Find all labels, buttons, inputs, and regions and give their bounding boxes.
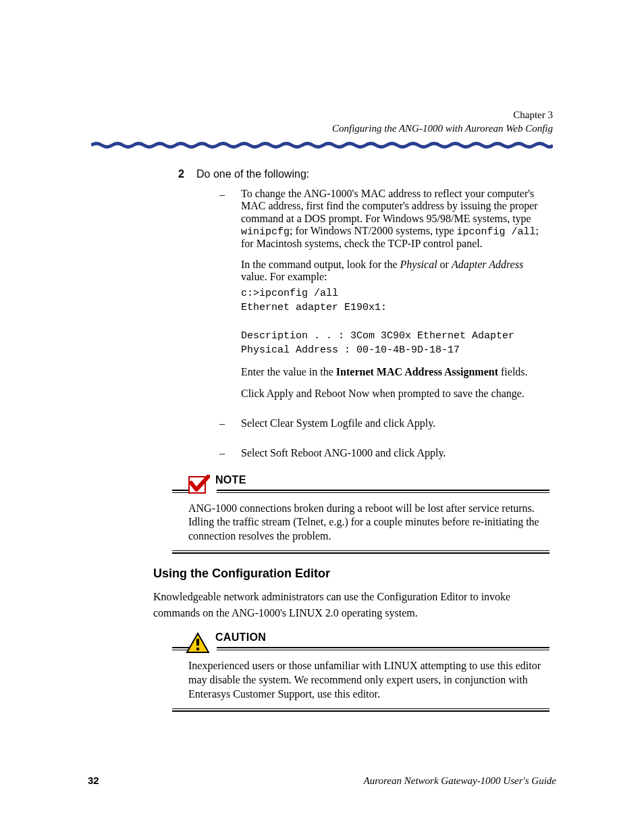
section-heading-config-editor: Using the Configuration Editor	[153, 566, 549, 581]
decorative-wave-rule	[91, 142, 553, 149]
bullet-3-body: Select Soft Reboot ANG-1000 and click Ap…	[241, 446, 549, 460]
note-block: NOTE ANG-1000 connections broken during …	[172, 473, 549, 551]
page-number: 32	[88, 775, 99, 786]
note-body: ANG-1000 connections broken during a reb…	[172, 498, 549, 550]
warning-triangle-icon	[186, 632, 210, 654]
text: Click Apply and Reboot Now when prompted…	[241, 387, 549, 400]
bullet-3: – Select Soft Reboot ANG-1000 and click …	[219, 446, 549, 460]
note-label: NOTE	[213, 473, 246, 487]
running-header: Chapter 3 Configuring the ANG-1000 with …	[332, 108, 553, 136]
bullet-dash: –	[219, 446, 229, 460]
svg-rect-2	[196, 639, 199, 646]
caution-label: CAUTION	[213, 631, 266, 644]
text: value. For example:	[241, 271, 327, 282]
bullet-2-body: Select Clear System Logfile and click Ap…	[241, 417, 549, 438]
code-ipconfig: ipconfig /all	[457, 226, 536, 238]
chapter-label: Chapter 3	[332, 108, 553, 122]
checkmark-icon	[186, 475, 210, 496]
bold-mac-field: Internet MAC Address Assignment	[336, 366, 498, 377]
step-2: 2 Do one of the following:	[172, 167, 549, 181]
bullet-dash: –	[219, 188, 229, 409]
text: Select Clear System Logfile and click Ap…	[241, 417, 549, 430]
text: To change the ANG-1000's MAC address to …	[241, 188, 538, 224]
step-text: Do one of the following:	[196, 167, 549, 181]
footer-title: Aurorean Network Gateway-1000 User's Gui…	[364, 775, 556, 787]
caution-block: CAUTION Inexperienced users or those unf…	[172, 631, 549, 708]
bullet-dash: –	[219, 417, 229, 438]
caution-body: Inexperienced users or those unfamiliar …	[172, 655, 549, 708]
sub-bullet-list: – To change the ANG-1000's MAC address t…	[219, 188, 549, 460]
bullet-1-body: To change the ANG-1000's MAC address to …	[241, 188, 549, 409]
code-winipcfg: winipcfg	[241, 226, 290, 238]
section-paragraph: Knowledgeable network administrators can…	[153, 589, 549, 621]
text: Select Soft Reboot ANG-1000 and click Ap…	[241, 446, 549, 460]
content-column: 2 Do one of the following: – To change t…	[172, 167, 549, 721]
code-block-ipconfig-output: c:>ipconfig /all Ethernet adapter E190x1…	[241, 286, 549, 357]
page-footer: 32 Aurorean Network Gateway-1000 User's …	[88, 775, 556, 787]
bullet-1: – To change the ANG-1000's MAC address t…	[219, 188, 549, 409]
italic-physical: Physical	[400, 259, 437, 270]
text: or	[437, 259, 452, 270]
step-number: 2	[172, 167, 184, 181]
italic-adapter-address: Adapter Address	[452, 259, 523, 270]
text: ; for Windows NT/2000 systems, type	[290, 225, 457, 236]
chapter-subtitle: Configuring the ANG-1000 with Aurorean W…	[332, 122, 553, 135]
text: fields.	[498, 366, 528, 377]
text: Enter the value in the	[241, 366, 336, 377]
page: Chapter 3 Configuring the ANG-1000 with …	[0, 0, 644, 834]
svg-rect-3	[196, 648, 199, 650]
bullet-2: – Select Clear System Logfile and click …	[219, 417, 549, 438]
text: In the command output, look for the	[241, 259, 400, 270]
